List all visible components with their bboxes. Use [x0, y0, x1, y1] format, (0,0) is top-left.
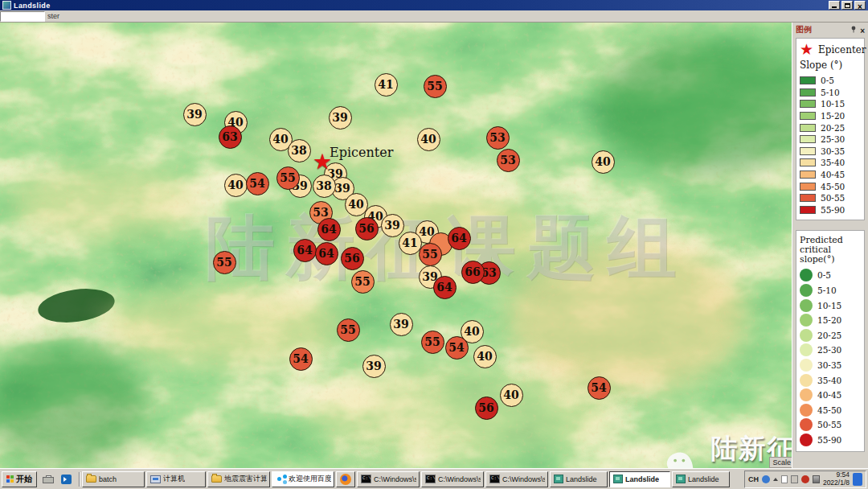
slope-marker[interactable]: 66 [461, 261, 485, 284]
legend-circle-swatch [800, 388, 813, 401]
slope-marker[interactable]: 40 [224, 174, 248, 197]
legend-class-row: 55-90 [800, 433, 861, 448]
slope-marker[interactable]: 55 [337, 318, 360, 342]
legend-class-label: 35-40 [821, 158, 845, 167]
taskbar-button-c-windows-sy-[interactable]: C:\Windows\sy... [485, 471, 548, 487]
predicted-legend-rows: 0-55-1010-1515-2020-2525-3030-3535-4040-… [800, 268, 861, 447]
minimize-button[interactable] [829, 1, 840, 10]
language-indicator[interactable]: CH [748, 475, 759, 483]
maximize-button[interactable] [841, 1, 853, 10]
taskbar-button-landslide[interactable]: Landslide [672, 471, 730, 487]
slope-marker[interactable]: 64 [293, 239, 317, 262]
slope-marker[interactable]: 39 [183, 103, 207, 126]
close-button[interactable] [854, 1, 866, 10]
taskbar-button-landslide[interactable]: Landslide [550, 471, 608, 487]
slope-marker[interactable]: 56 [355, 217, 379, 240]
slope-marker[interactable]: 38 [288, 139, 311, 162]
app-window: Landslide ster [0, 0, 868, 489]
legend-class-row: 5-10 [800, 87, 861, 99]
slope-marker[interactable]: 54 [445, 336, 469, 360]
predicted-legend-title: Predicted critical slope(°) [800, 236, 861, 265]
slope-marker[interactable]: 55 [421, 331, 444, 354]
slope-marker[interactable]: 53 [486, 126, 510, 150]
slope-marker[interactable]: 53 [497, 149, 520, 172]
map-canvas[interactable]: 陆新征课题组 415539406339403840535340394054395… [0, 23, 868, 468]
show-desktop-icon[interactable] [853, 473, 862, 486]
taskbar-button-landslide[interactable]: Landslide [609, 471, 670, 487]
slope-marker[interactable]: 64 [315, 242, 338, 265]
document-tray-icon[interactable] [781, 475, 788, 483]
slope-marker[interactable]: 40 [500, 384, 523, 407]
slope-marker[interactable]: 55 [276, 166, 300, 190]
quick-launch-bar [39, 475, 77, 484]
app-icon [554, 475, 563, 483]
slope-marker[interactable]: 55 [351, 270, 375, 294]
slope-marker[interactable]: 56 [475, 397, 498, 420]
taskbar-button-label: C:\Windows\s... [438, 475, 481, 483]
slope-marker[interactable]: 55 [213, 251, 236, 274]
slope-marker[interactable]: 39 [381, 214, 404, 237]
legend-square-swatch [800, 158, 816, 166]
toolbar-input[interactable] [0, 11, 45, 22]
taskbar-button-label: C:\Windows\sy... [502, 475, 545, 483]
toolbar: ster [0, 10, 868, 23]
legend-class-row: 20-25 [800, 328, 861, 343]
taskbar-button-label: Landslide [566, 475, 597, 483]
taskbar-button-计算机[interactable]: 计算机 [146, 471, 206, 487]
minimize-icon [832, 6, 837, 8]
legend-epicenter-label: Epicenter [818, 44, 866, 55]
cmd-icon [425, 475, 436, 483]
slope-marker[interactable]: 54 [289, 347, 313, 371]
pin-icon[interactable] [850, 26, 857, 33]
slope-marker[interactable]: 56 [341, 247, 364, 270]
slope-marker[interactable]: 41 [399, 232, 422, 255]
slope-marker[interactable]: 54 [246, 172, 269, 195]
legend-square-swatch [800, 112, 816, 120]
taskbar-separator [79, 472, 80, 487]
alert-tray-icon[interactable] [801, 475, 809, 483]
legend-class-label: 0-5 [821, 76, 834, 85]
slope-marker[interactable]: 55 [419, 243, 442, 266]
legend-class-row: 0-5 [800, 75, 861, 87]
slope-marker[interactable]: 39 [362, 355, 386, 378]
legend-close-icon[interactable] [860, 23, 865, 37]
slope-marker[interactable]: 39 [390, 313, 413, 336]
legend-class-label: 25-30 [821, 134, 845, 144]
taskbar-button-label: Landslide [688, 475, 719, 483]
slope-marker[interactable]: 64 [433, 276, 457, 299]
legend-square-swatch [800, 147, 816, 155]
legend-class-label: 10-15 [817, 301, 841, 310]
legend-square-swatch [800, 194, 816, 202]
taskbar-button-欢迎使用百度网盘[interactable]: 欢迎使用百度网盘 [272, 471, 334, 487]
powershell-icon[interactable] [61, 475, 72, 484]
taskbar-button-firefox[interactable] [336, 471, 355, 487]
slope-marker[interactable]: 63 [219, 125, 242, 149]
slope-marker[interactable]: 55 [424, 75, 447, 98]
slope-marker[interactable]: 40 [592, 150, 615, 174]
clock[interactable]: 9:54 2022/1/8 [823, 471, 850, 487]
slope-marker[interactable]: 41 [375, 73, 398, 97]
slope-marker[interactable]: 39 [329, 106, 352, 129]
legend-class-label: 40-45 [821, 170, 845, 179]
slope-marker[interactable]: 64 [317, 218, 341, 241]
app-tray-icon[interactable] [762, 475, 770, 483]
taskbar-button-地震震害计算-[interactable]: 地震震害计算... [207, 471, 270, 487]
legend-class-row: 30-35 [800, 146, 861, 158]
network-tray-icon[interactable] [813, 475, 820, 483]
legend-class-row: 25-30 [800, 134, 861, 146]
slope-marker[interactable]: 40 [417, 128, 440, 151]
taskbar-button-c-windows-s-[interactable]: C:\Windows\s... [421, 471, 484, 487]
slope-marker[interactable]: 64 [448, 227, 471, 250]
taskbar-button-c-windows-sy-[interactable]: C:\Windows\sy... [357, 471, 420, 487]
legend-class-row: 10-15 [800, 98, 861, 110]
legend-square-swatch [800, 88, 816, 97]
slope-marker[interactable]: 40 [473, 345, 497, 368]
legend-square-swatch [800, 183, 816, 191]
flag-tray-icon[interactable] [791, 475, 798, 483]
caret-tray-icon[interactable] [773, 475, 778, 481]
start-button[interactable]: 开始 [2, 471, 37, 487]
slope-marker[interactable]: 38 [313, 175, 336, 198]
printer-icon[interactable] [43, 477, 54, 483]
taskbar-button-batch[interactable]: batch [82, 471, 145, 487]
slope-marker[interactable]: 54 [588, 376, 611, 400]
